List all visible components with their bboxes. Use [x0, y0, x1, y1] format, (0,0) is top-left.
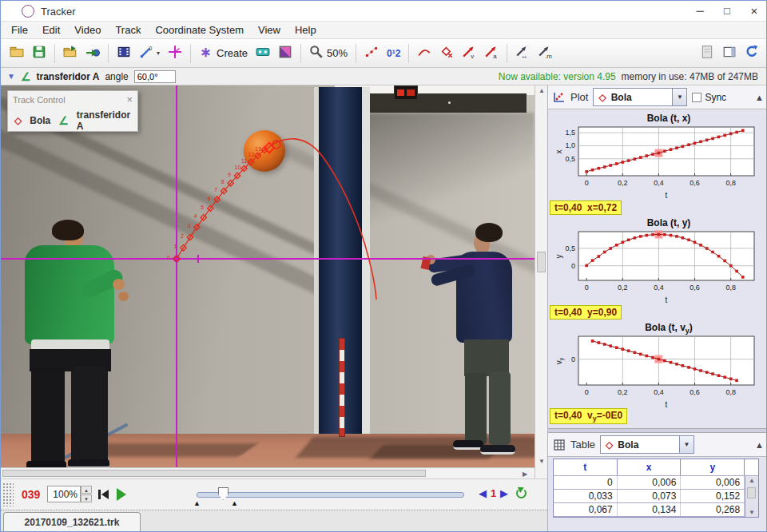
column-header-y[interactable]: y	[681, 459, 745, 475]
zoom-label: 50%	[327, 47, 348, 59]
acceleration-vectors-button[interactable]: a	[480, 42, 503, 64]
menu-view[interactable]: View	[251, 22, 288, 39]
close-button[interactable]: ×	[741, 1, 767, 22]
vector-sum-button[interactable]: ↔	[511, 42, 534, 64]
angle-input[interactable]	[134, 70, 176, 83]
step-pattern-button[interactable]: 0¹2	[383, 46, 404, 62]
sync-checkbox[interactable]	[692, 93, 701, 102]
dropdown-arrow-icon[interactable]: ▼	[679, 436, 693, 453]
svg-text:0,4: 0,4	[654, 179, 664, 187]
scroll-down-icon[interactable]: ▼	[537, 458, 546, 465]
table-row[interactable]: 0,0330,0730,152	[554, 490, 758, 503]
close-icon[interactable]: ×	[126, 93, 133, 105]
step-forward-button[interactable]: ▶	[500, 487, 508, 499]
scroll-up-icon[interactable]: ▲	[747, 477, 757, 484]
rewind-button[interactable]	[98, 490, 109, 499]
create-track-button[interactable]: ∗Create	[195, 42, 252, 64]
hscroll-thumb[interactable]	[2, 470, 426, 477]
track-appearance-button[interactable]	[274, 42, 296, 64]
loop-button[interactable]	[516, 488, 527, 498]
data-table[interactable]: txy00,0060,0060,0330,0730,1520,0670,1340…	[553, 459, 759, 518]
chart-canvas[interactable]: 00,20,40,60,800,5yt	[554, 229, 761, 306]
selected-track-name[interactable]: transferidor A	[36, 71, 99, 82]
frame-slider[interactable]	[197, 492, 464, 498]
menu-edit[interactable]: Edit	[35, 22, 67, 39]
table-cell: 0,033	[554, 490, 618, 502]
import-data-button[interactable]	[81, 42, 104, 64]
side-panel-button[interactable]	[718, 42, 741, 64]
axes-icon	[168, 45, 182, 62]
menu-coordinate-system[interactable]: Coordinate System	[148, 22, 251, 39]
svg-text:0,2: 0,2	[618, 388, 628, 396]
video-vscrollbar[interactable]: ▲ ▼	[535, 85, 547, 478]
table-scroll-thumb[interactable]	[747, 487, 756, 498]
collapse-table-icon[interactable]: ▲	[755, 440, 764, 450]
positions-button[interactable]	[435, 42, 458, 64]
open-file-button[interactable]	[6, 42, 28, 64]
zoom-up-icon[interactable]: ▴	[81, 486, 92, 494]
track-info-bar: ▼ ∠ transferidor A angle Now available: …	[1, 68, 767, 85]
file-tab[interactable]: 20170109_132621.trk	[3, 512, 141, 532]
menu-track[interactable]: Track	[108, 22, 148, 39]
in-point-marker[interactable]: ▲	[193, 499, 201, 507]
vscroll-thumb[interactable]	[537, 252, 546, 272]
table-view-label[interactable]: Table	[570, 439, 595, 451]
table-row[interactable]: 00,0060,006	[554, 476, 758, 490]
trajectory-overlay[interactable]: 012345678910111213	[1, 85, 535, 467]
plot-view-label[interactable]: Plot	[570, 91, 588, 103]
maximize-button[interactable]: □	[713, 1, 741, 22]
plot-track-dropdown[interactable]: ◇ Bola ▼	[593, 88, 687, 106]
table-row[interactable]: 0,0670,1340,268	[554, 503, 758, 517]
clip-settings-button[interactable]	[113, 42, 135, 64]
player-zoom-value[interactable]: 100%	[47, 486, 81, 502]
scroll-right-icon[interactable]: ▶	[520, 470, 530, 478]
track-item-transferidor[interactable]: transferidor A	[77, 109, 131, 132]
zoom-down-icon[interactable]: ▾	[81, 494, 92, 502]
video-hscrollbar[interactable]: ▶	[1, 467, 535, 478]
dynamic-model-button[interactable]: .m	[534, 42, 556, 64]
toolbar-separator	[54, 44, 55, 63]
collapse-plots-icon[interactable]: ▲	[755, 93, 764, 102]
svg-text:0,8: 0,8	[725, 388, 736, 396]
menu-help[interactable]: Help	[288, 22, 324, 39]
open-library-button[interactable]	[59, 42, 81, 64]
svg-text:0: 0	[585, 388, 589, 396]
play-button[interactable]	[117, 488, 126, 501]
svg-text:7: 7	[214, 187, 217, 193]
trace-button[interactable]	[413, 42, 435, 64]
version-notice[interactable]: Now available: version 4.95	[499, 71, 616, 82]
calibration-tools-button[interactable]: 0▾	[135, 42, 164, 64]
dropdown-arrow-icon[interactable]: ▼	[672, 89, 686, 105]
minimize-button[interactable]: ─	[686, 1, 713, 22]
column-header-t[interactable]: t	[554, 459, 618, 475]
menu-file[interactable]: File	[4, 22, 35, 39]
out-point-marker[interactable]: ▲	[231, 499, 238, 507]
trails-button[interactable]	[360, 42, 383, 64]
notes-button[interactable]	[696, 42, 718, 64]
step-size-value[interactable]: 1	[491, 487, 496, 499]
axes-button[interactable]	[164, 42, 186, 64]
track-toggle-icon[interactable]: ▼	[7, 72, 15, 81]
scroll-up-icon[interactable]: ▲	[537, 87, 546, 94]
svg-text:v: v	[471, 53, 475, 59]
table-track-dropdown[interactable]: ◇ Bola ▼	[600, 435, 694, 454]
svg-text:3: 3	[187, 223, 190, 228]
step-back-button[interactable]: ◀	[479, 487, 487, 499]
refresh-button[interactable]	[741, 42, 763, 64]
save-button[interactable]	[28, 42, 50, 64]
scroll-down-icon[interactable]: ▼	[747, 509, 757, 516]
chart-canvas[interactable]: 00,20,40,60,80,51,01,5xt	[554, 125, 761, 201]
zoom-button[interactable]: 50%	[305, 42, 352, 64]
table-scrollbar[interactable]: ▲ ▼	[745, 476, 758, 517]
track-item-bola[interactable]: Bola	[30, 115, 50, 126]
column-header-x[interactable]: x	[618, 459, 682, 475]
chart-canvas[interactable]: 00,20,40,60,80vyt	[554, 334, 761, 411]
memory-status: memory in use: 47MB of 247MB	[622, 71, 758, 82]
video-pane[interactable]: 012345678910111213 Track Control × ◇ Bol…	[1, 85, 547, 478]
player-grip[interactable]	[2, 482, 14, 506]
velocity-vectors-button[interactable]: v	[458, 42, 480, 64]
menu-video[interactable]: Video	[67, 22, 108, 39]
memory-tape-button[interactable]	[252, 42, 274, 64]
track-control-window[interactable]: Track Control × ◇ Bola ∠ transferidor A	[7, 90, 138, 132]
svg-text:6: 6	[208, 196, 211, 201]
